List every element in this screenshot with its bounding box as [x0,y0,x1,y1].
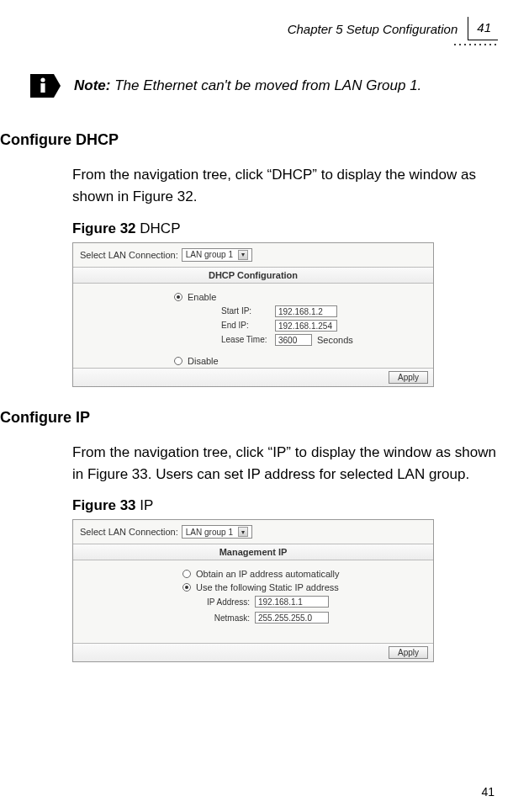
disable-label: Disable [188,356,219,366]
page-header: Chapter 5 Setup Configuration 41 [15,17,498,40]
figure32-caption: Figure 32 DHCP [72,220,498,237]
lan-select-value-ip: LAN group 1 [186,528,233,537]
dhcp-footer: Apply [73,368,433,386]
figure32-rest: DHCP [136,220,181,236]
disable-radio[interactable] [174,357,182,365]
chapter-title: Chapter 5 Setup Configuration [288,22,458,36]
figure32-bold: Figure 32 [72,220,136,236]
note-block: Note: The Ethernet can't be moved from L… [30,74,498,98]
header-dots [15,44,496,45]
lan-select-row: Select LAN Connection: LAN group 1 ▾ [73,243,433,267]
seconds-label: Seconds [317,335,353,345]
lan-select-label: Select LAN Connection: [80,250,178,260]
figure33-caption: Figure 33 IP [72,497,498,514]
enable-label: Enable [188,292,216,302]
static-radio[interactable] [182,583,191,592]
disable-row: Disable [174,356,433,366]
svg-marker-0 [30,74,61,98]
ipaddr-input[interactable]: 192.168.1.1 [255,596,329,608]
heading-dhcp: Configure DHCP [0,131,498,149]
start-ip-label: Start IP: [221,306,270,316]
ip-panel-title: Management IP [73,544,433,560]
obtain-radio[interactable] [182,570,191,578]
apply-button-ip[interactable]: Apply [389,646,428,659]
apply-button[interactable]: Apply [389,371,428,384]
netmask-input[interactable]: 255.255.255.0 [255,612,329,624]
page-number-top: 41 [468,17,498,40]
enable-row: Enable [174,292,433,302]
lease-input[interactable]: 3600 [275,334,312,346]
lan-select-value: LAN group 1 [186,250,233,259]
ip-intro: From the navigation tree, click “IP” to … [72,442,496,486]
dhcp-panel-title: DHCP Configuration [73,267,433,284]
lan-select-label-ip: Select LAN Connection: [80,527,178,537]
ipaddr-label: IP Address: [198,597,250,607]
dhcp-intro: From the navigation tree, click “DHCP” t… [72,164,496,209]
screenshot-ip: Select LAN Connection: LAN group 1 ▾ Man… [72,519,434,662]
enable-radio[interactable] [174,293,182,301]
netmask-label: Netmask: [198,613,250,623]
ip-footer: Apply [73,643,433,661]
svg-rect-2 [40,83,45,93]
static-label: Use the following Static IP address [196,582,339,592]
page-number-bottom: 41 [481,785,494,799]
figure33-bold: Figure 33 [72,497,136,513]
obtain-label: Obtain an IP address automatically [196,569,339,579]
note-body: The Ethernet can't be moved from LAN Gro… [110,77,421,93]
end-ip-label: End IP: [221,321,270,330]
screenshot-dhcp: Select LAN Connection: LAN group 1 ▾ DHC… [72,242,434,387]
static-row: Use the following Static IP address [182,582,433,592]
info-icon [30,74,61,98]
lan-select-row-ip: Select LAN Connection: LAN group 1 ▾ [73,520,433,544]
end-ip-input[interactable]: 192.168.1.254 [275,320,337,332]
note-text: Note: The Ethernet can't be moved from L… [74,77,421,94]
start-ip-input[interactable]: 192.168.1.2 [275,305,337,317]
lan-select-dropdown[interactable]: LAN group 1 ▾ [182,248,252,262]
figure33-rest: IP [136,497,154,513]
chevron-down-icon: ▾ [238,527,248,537]
svg-point-1 [40,77,45,82]
obtain-row: Obtain an IP address automatically [182,569,433,579]
note-label: Note: [74,77,110,93]
lease-label: Lease Time: [221,335,270,344]
lan-select-dropdown-ip[interactable]: LAN group 1 ▾ [182,525,252,539]
chevron-down-icon: ▾ [238,250,248,260]
heading-ip: Configure IP [0,409,498,427]
